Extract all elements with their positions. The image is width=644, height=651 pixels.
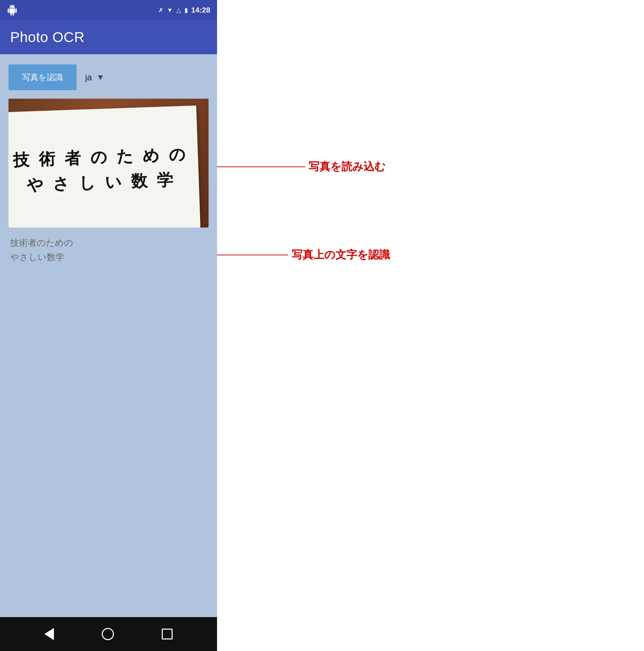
language-select-wrapper[interactable]: ja ▼ <box>83 69 209 86</box>
paper-sheet: 技 術 者 の た め の や さ し い 数 学 <box>8 105 200 228</box>
home-icon <box>102 628 114 640</box>
android-icon <box>7 5 18 16</box>
photo-area[interactable]: 技 術 者 の た め の や さ し い 数 学 <box>8 99 209 228</box>
dropdown-arrow-icon: ▼ <box>96 73 104 82</box>
phone-frame: ✗ ▼ △ ▮ 14:28 Photo OCR 写真を認識 ja ▼ 技 <box>0 0 217 651</box>
annotation-bottom: 写真上の文字を認識 <box>217 248 634 262</box>
status-time: 14:28 <box>191 6 210 15</box>
back-button[interactable] <box>44 628 54 640</box>
ocr-result-line2: やさしい数学 <box>10 250 207 264</box>
wifi-icon: ▼ <box>167 7 173 14</box>
signal-icon: △ <box>176 6 181 14</box>
annotation-text-bottom: 写真上の文字を認識 <box>292 248 390 262</box>
annotation-line-bottom <box>217 255 288 255</box>
annotation-text-top: 写真を読み込む <box>309 159 386 174</box>
recent-button[interactable] <box>162 629 173 639</box>
photo-inner: 技 術 者 の た め の や さ し い 数 学 <box>8 99 209 228</box>
ocr-result-line1: 技術者のための <box>10 236 207 250</box>
controls-row: 写真を認識 ja ▼ <box>8 64 209 90</box>
status-bar-left <box>7 5 18 16</box>
photo-button[interactable]: 写真を認識 <box>8 64 77 90</box>
annotation-line-top <box>217 166 305 167</box>
recent-icon <box>162 629 173 639</box>
handwriting-line1: 技 術 者 の た め の <box>13 143 188 171</box>
battery-icon: ▮ <box>184 6 188 14</box>
ocr-result: 技術者のための やさしい数学 <box>8 236 209 264</box>
nav-bar <box>0 617 217 651</box>
annotation-top: 写真を読み込む <box>217 159 627 174</box>
status-bar: ✗ ▼ △ ▮ 14:28 <box>0 0 217 20</box>
language-value: ja <box>83 69 94 86</box>
app-title: Photo OCR <box>10 29 84 45</box>
bluetooth-icon: ✗ <box>158 6 163 14</box>
main-content: 写真を認識 ja ▼ 技 術 者 の た め の や さ し い 数 学 技術者… <box>0 54 217 617</box>
back-icon <box>44 628 54 640</box>
home-button[interactable] <box>102 628 114 640</box>
app-bar: Photo OCR <box>0 20 217 54</box>
right-side: 写真を読み込む 写真上の文字を認識 <box>217 0 644 651</box>
status-bar-right: ✗ ▼ △ ▮ 14:28 <box>158 6 210 15</box>
handwriting-line2: や さ し い 数 学 <box>26 169 176 196</box>
